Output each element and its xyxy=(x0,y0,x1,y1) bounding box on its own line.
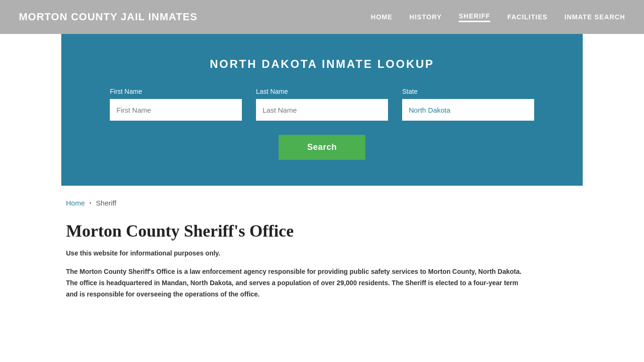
nav-sheriff[interactable]: SHERIFF xyxy=(459,12,490,22)
nav-home[interactable]: HOME xyxy=(371,13,393,21)
breadcrumb-separator: • xyxy=(90,200,91,206)
first-name-label: First Name xyxy=(110,88,242,95)
site-header: MORTON COUNTY JAIL INMATES HOME HISTORY … xyxy=(0,0,644,34)
last-name-group: Last Name xyxy=(256,88,388,121)
nav-inmate-search[interactable]: INMATE SEARCH xyxy=(564,13,625,21)
first-name-input[interactable] xyxy=(110,99,242,121)
search-section: NORTH DAKOTA INMATE LOOKUP First Name La… xyxy=(61,34,583,186)
breadcrumb-home-link[interactable]: Home xyxy=(66,199,85,207)
nav-facilities[interactable]: FACILITIES xyxy=(507,13,547,21)
main-content: Morton County Sheriff's Office Use this … xyxy=(0,212,644,319)
search-title: NORTH DAKOTA INMATE LOOKUP xyxy=(80,58,564,71)
nav-history[interactable]: HISTORY xyxy=(410,13,442,21)
search-button[interactable]: Search xyxy=(279,135,365,160)
breadcrumb: Home • Sheriff xyxy=(0,186,644,212)
content-subtitle: Use this website for informational purpo… xyxy=(66,249,578,257)
state-input[interactable] xyxy=(402,99,534,121)
first-name-group: First Name xyxy=(110,88,242,121)
search-fields: First Name Last Name State xyxy=(80,88,564,121)
page-heading: Morton County Sheriff's Office xyxy=(66,221,578,241)
site-title: MORTON COUNTY JAIL INMATES xyxy=(19,11,198,23)
breadcrumb-current: Sheriff xyxy=(96,199,116,207)
state-group: State xyxy=(402,88,534,121)
content-body: The Morton County Sheriff's Office is a … xyxy=(66,266,528,300)
last-name-input[interactable] xyxy=(256,99,388,121)
main-nav: HOME HISTORY SHERIFF FACILITIES INMATE S… xyxy=(371,12,625,22)
search-button-row: Search xyxy=(80,135,564,160)
last-name-label: Last Name xyxy=(256,88,388,95)
state-label: State xyxy=(402,88,534,95)
